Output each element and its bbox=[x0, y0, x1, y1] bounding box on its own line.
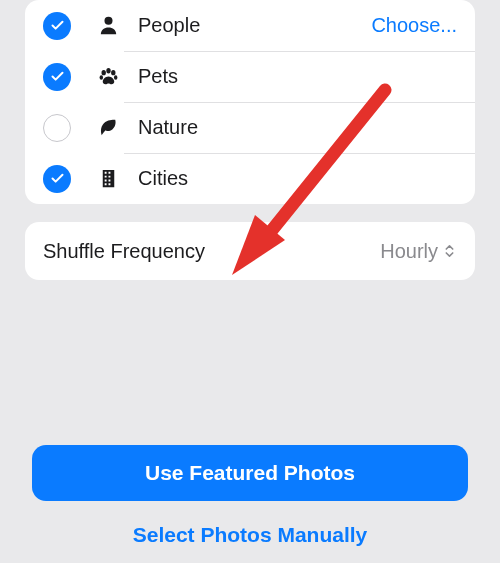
categories-card: People Choose... Pets Nature Cities bbox=[25, 0, 475, 204]
paw-icon bbox=[93, 65, 123, 88]
select-photos-manually-button[interactable]: Select Photos Manually bbox=[0, 521, 500, 549]
category-row-nature[interactable]: Nature bbox=[25, 102, 475, 153]
category-label: Nature bbox=[138, 116, 457, 139]
category-row-cities[interactable]: Cities bbox=[25, 153, 475, 204]
category-row-people[interactable]: People Choose... bbox=[25, 0, 475, 51]
shuffle-value-text: Hourly bbox=[380, 240, 438, 263]
choose-link[interactable]: Choose... bbox=[371, 14, 457, 37]
svg-point-1 bbox=[101, 70, 105, 75]
use-featured-photos-button[interactable]: Use Featured Photos bbox=[32, 445, 468, 501]
shuffle-label: Shuffle Frequency bbox=[43, 240, 380, 263]
bottom-actions: Use Featured Photos Select Photos Manual… bbox=[0, 445, 500, 549]
chevron-up-down-icon bbox=[442, 242, 457, 260]
shuffle-value[interactable]: Hourly bbox=[380, 240, 457, 263]
checkmark-icon[interactable] bbox=[43, 63, 71, 91]
category-label: Cities bbox=[138, 167, 457, 190]
category-label: Pets bbox=[138, 65, 457, 88]
person-icon bbox=[93, 14, 123, 37]
building-icon bbox=[93, 167, 123, 190]
checkmark-icon[interactable] bbox=[43, 114, 71, 142]
checkmark-icon[interactable] bbox=[43, 165, 71, 193]
checkmark-icon[interactable] bbox=[43, 12, 71, 40]
svg-point-3 bbox=[111, 70, 115, 75]
svg-point-0 bbox=[104, 17, 112, 25]
svg-point-5 bbox=[113, 75, 116, 79]
leaf-icon bbox=[93, 116, 123, 139]
category-label: People bbox=[138, 14, 371, 37]
shuffle-frequency-row[interactable]: Shuffle Frequency Hourly bbox=[25, 222, 475, 280]
svg-point-2 bbox=[106, 68, 110, 73]
svg-point-4 bbox=[99, 75, 102, 79]
category-row-pets[interactable]: Pets bbox=[25, 51, 475, 102]
